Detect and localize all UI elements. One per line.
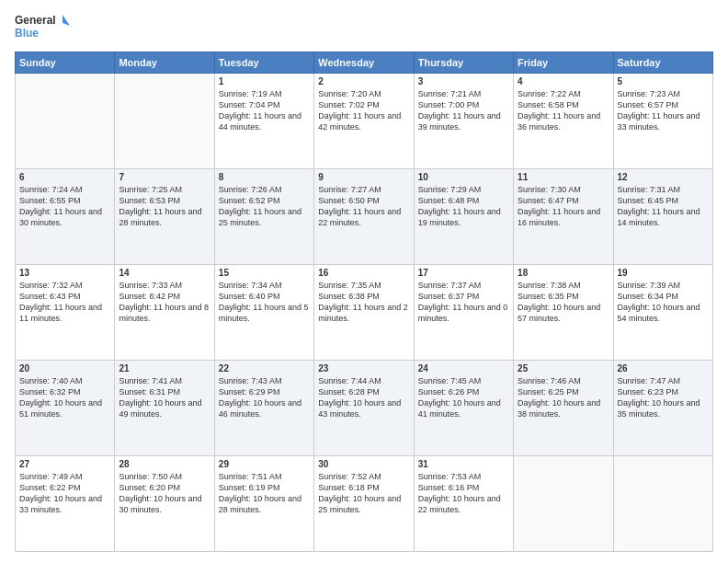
- calendar-cell: 26Sunrise: 7:47 AMSunset: 6:23 PMDayligh…: [613, 361, 712, 456]
- day-number: 24: [418, 363, 509, 373]
- calendar-cell: 14Sunrise: 7:33 AMSunset: 6:42 PMDayligh…: [115, 265, 214, 361]
- day-number: 28: [119, 459, 210, 469]
- calendar-cell: 19Sunrise: 7:39 AMSunset: 6:34 PMDayligh…: [613, 265, 712, 361]
- calendar-cell: 17Sunrise: 7:37 AMSunset: 6:37 PMDayligh…: [414, 265, 513, 361]
- calendar-cell: [514, 456, 613, 552]
- cell-details: Sunrise: 7:52 AMSunset: 6:18 PMDaylight:…: [318, 471, 409, 516]
- cell-details: Sunrise: 7:35 AMSunset: 6:38 PMDaylight:…: [318, 280, 409, 325]
- day-number: 25: [518, 363, 609, 373]
- calendar-cell: 24Sunrise: 7:45 AMSunset: 6:26 PMDayligh…: [414, 361, 513, 456]
- day-number: 14: [119, 268, 210, 278]
- day-number: 30: [318, 459, 409, 469]
- day-number: 27: [19, 459, 110, 469]
- day-number: 5: [618, 76, 709, 86]
- calendar-table: SundayMondayTuesdayWednesdayThursdayFrid…: [15, 52, 713, 552]
- cell-details: Sunrise: 7:38 AMSunset: 6:35 PMDaylight:…: [518, 280, 609, 325]
- day-number: 29: [219, 459, 310, 469]
- cell-details: Sunrise: 7:45 AMSunset: 6:26 PMDaylight:…: [418, 375, 509, 420]
- column-header-tuesday: Tuesday: [214, 52, 313, 74]
- cell-details: Sunrise: 7:41 AMSunset: 6:31 PMDaylight:…: [119, 375, 210, 420]
- page: General Blue SundayMondayTuesdayWednesda…: [0, 0, 728, 563]
- cell-details: Sunrise: 7:49 AMSunset: 6:22 PMDaylight:…: [19, 471, 110, 516]
- day-number: 9: [318, 172, 409, 182]
- cell-details: Sunrise: 7:43 AMSunset: 6:29 PMDaylight:…: [219, 375, 310, 420]
- calendar-cell: [16, 74, 115, 169]
- logo: General Blue: [15, 11, 70, 44]
- cell-details: Sunrise: 7:26 AMSunset: 6:52 PMDaylight:…: [219, 184, 310, 229]
- day-number: 23: [318, 363, 409, 373]
- day-number: 16: [318, 268, 409, 278]
- calendar-cell: 5Sunrise: 7:23 AMSunset: 6:57 PMDaylight…: [613, 74, 712, 169]
- calendar-cell: 3Sunrise: 7:21 AMSunset: 7:00 PMDaylight…: [414, 74, 513, 169]
- calendar-week-row: 20Sunrise: 7:40 AMSunset: 6:32 PMDayligh…: [16, 361, 713, 456]
- cell-details: Sunrise: 7:33 AMSunset: 6:42 PMDaylight:…: [119, 280, 210, 325]
- calendar-cell: 23Sunrise: 7:44 AMSunset: 6:28 PMDayligh…: [314, 361, 414, 456]
- calendar-cell: 29Sunrise: 7:51 AMSunset: 6:19 PMDayligh…: [214, 456, 313, 552]
- column-header-friday: Friday: [514, 52, 613, 74]
- calendar-cell: [613, 456, 712, 552]
- day-number: 20: [19, 363, 110, 373]
- calendar-cell: 25Sunrise: 7:46 AMSunset: 6:25 PMDayligh…: [514, 361, 613, 456]
- day-number: 12: [618, 172, 709, 182]
- cell-details: Sunrise: 7:39 AMSunset: 6:34 PMDaylight:…: [618, 280, 709, 325]
- day-number: 1: [219, 76, 310, 86]
- svg-text:General: General: [15, 14, 56, 27]
- day-number: 8: [219, 172, 310, 182]
- column-header-wednesday: Wednesday: [314, 52, 414, 74]
- calendar-cell: 13Sunrise: 7:32 AMSunset: 6:43 PMDayligh…: [16, 265, 115, 361]
- calendar-cell: 21Sunrise: 7:41 AMSunset: 6:31 PMDayligh…: [115, 361, 214, 456]
- calendar-cell: 30Sunrise: 7:52 AMSunset: 6:18 PMDayligh…: [314, 456, 414, 552]
- cell-details: Sunrise: 7:30 AMSunset: 6:47 PMDaylight:…: [518, 184, 609, 229]
- calendar-week-row: 6Sunrise: 7:24 AMSunset: 6:55 PMDaylight…: [16, 169, 713, 265]
- calendar-week-row: 27Sunrise: 7:49 AMSunset: 6:22 PMDayligh…: [16, 456, 713, 552]
- calendar-header-row: SundayMondayTuesdayWednesdayThursdayFrid…: [16, 52, 713, 74]
- logo-svg: General Blue: [15, 11, 70, 44]
- header: General Blue: [15, 11, 713, 44]
- calendar-cell: 4Sunrise: 7:22 AMSunset: 6:58 PMDaylight…: [514, 74, 613, 169]
- column-header-monday: Monday: [115, 52, 214, 74]
- cell-details: Sunrise: 7:22 AMSunset: 6:58 PMDaylight:…: [518, 88, 609, 133]
- cell-details: Sunrise: 7:23 AMSunset: 6:57 PMDaylight:…: [618, 88, 709, 133]
- day-number: 2: [318, 76, 409, 86]
- svg-text:Blue: Blue: [15, 27, 39, 40]
- calendar-cell: 8Sunrise: 7:26 AMSunset: 6:52 PMDaylight…: [214, 169, 313, 265]
- calendar-cell: 15Sunrise: 7:34 AMSunset: 6:40 PMDayligh…: [214, 265, 313, 361]
- calendar-cell: 9Sunrise: 7:27 AMSunset: 6:50 PMDaylight…: [314, 169, 414, 265]
- day-number: 6: [19, 172, 110, 182]
- calendar-cell: 27Sunrise: 7:49 AMSunset: 6:22 PMDayligh…: [16, 456, 115, 552]
- day-number: 26: [618, 363, 709, 373]
- cell-details: Sunrise: 7:34 AMSunset: 6:40 PMDaylight:…: [219, 280, 310, 325]
- column-header-sunday: Sunday: [16, 52, 115, 74]
- calendar-cell: [115, 74, 214, 169]
- calendar-week-row: 1Sunrise: 7:19 AMSunset: 7:04 PMDaylight…: [16, 74, 713, 169]
- calendar-cell: 31Sunrise: 7:53 AMSunset: 6:16 PMDayligh…: [414, 456, 513, 552]
- cell-details: Sunrise: 7:24 AMSunset: 6:55 PMDaylight:…: [19, 184, 110, 229]
- day-number: 17: [418, 268, 509, 278]
- calendar-cell: 1Sunrise: 7:19 AMSunset: 7:04 PMDaylight…: [214, 74, 313, 169]
- calendar-cell: 20Sunrise: 7:40 AMSunset: 6:32 PMDayligh…: [16, 361, 115, 456]
- cell-details: Sunrise: 7:37 AMSunset: 6:37 PMDaylight:…: [418, 280, 509, 325]
- svg-marker-2: [63, 15, 70, 26]
- calendar-cell: 11Sunrise: 7:30 AMSunset: 6:47 PMDayligh…: [514, 169, 613, 265]
- cell-details: Sunrise: 7:27 AMSunset: 6:50 PMDaylight:…: [318, 184, 409, 229]
- day-number: 21: [119, 363, 210, 373]
- calendar-cell: 28Sunrise: 7:50 AMSunset: 6:20 PMDayligh…: [115, 456, 214, 552]
- calendar-cell: 16Sunrise: 7:35 AMSunset: 6:38 PMDayligh…: [314, 265, 414, 361]
- calendar-week-row: 13Sunrise: 7:32 AMSunset: 6:43 PMDayligh…: [16, 265, 713, 361]
- day-number: 7: [119, 172, 210, 182]
- day-number: 3: [418, 76, 509, 86]
- column-header-saturday: Saturday: [613, 52, 712, 74]
- day-number: 22: [219, 363, 310, 373]
- calendar-cell: 7Sunrise: 7:25 AMSunset: 6:53 PMDaylight…: [115, 169, 214, 265]
- cell-details: Sunrise: 7:44 AMSunset: 6:28 PMDaylight:…: [318, 375, 409, 420]
- calendar-cell: 6Sunrise: 7:24 AMSunset: 6:55 PMDaylight…: [16, 169, 115, 265]
- cell-details: Sunrise: 7:40 AMSunset: 6:32 PMDaylight:…: [19, 375, 110, 420]
- cell-details: Sunrise: 7:50 AMSunset: 6:20 PMDaylight:…: [119, 471, 210, 516]
- cell-details: Sunrise: 7:51 AMSunset: 6:19 PMDaylight:…: [219, 471, 310, 516]
- day-number: 10: [418, 172, 509, 182]
- cell-details: Sunrise: 7:19 AMSunset: 7:04 PMDaylight:…: [219, 88, 310, 133]
- calendar-cell: 12Sunrise: 7:31 AMSunset: 6:45 PMDayligh…: [613, 169, 712, 265]
- day-number: 18: [518, 268, 609, 278]
- day-number: 4: [518, 76, 609, 86]
- calendar-cell: 10Sunrise: 7:29 AMSunset: 6:48 PMDayligh…: [414, 169, 513, 265]
